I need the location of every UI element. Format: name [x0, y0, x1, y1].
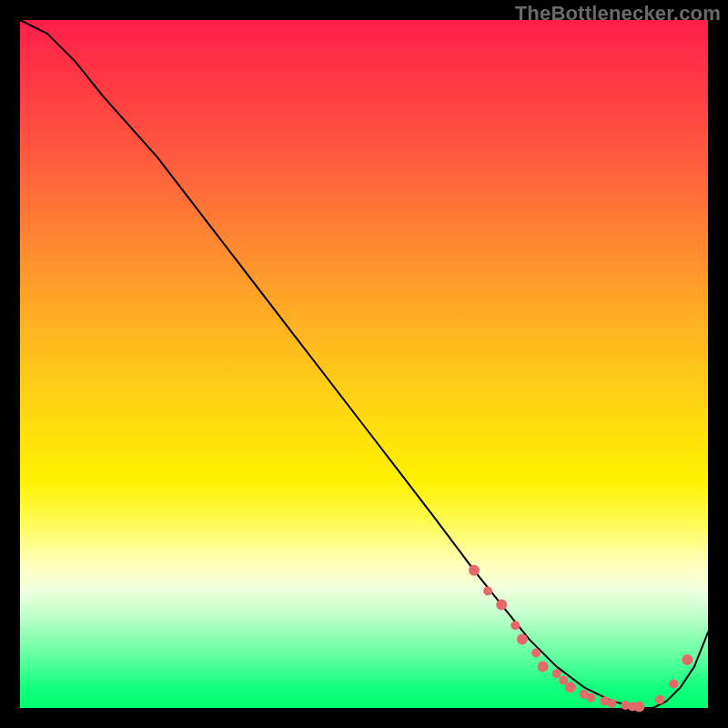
dot — [587, 693, 596, 703]
bottleneck-curve — [20, 20, 708, 708]
dot — [517, 633, 528, 644]
dot — [483, 587, 492, 596]
dot — [552, 669, 561, 678]
dot — [538, 662, 549, 672]
chart-svg — [20, 20, 708, 708]
dot — [565, 682, 576, 693]
highlight-dots — [469, 565, 693, 713]
dot — [607, 699, 616, 708]
dot — [511, 621, 520, 630]
dot — [655, 695, 664, 704]
dot — [669, 680, 678, 689]
dot — [496, 600, 507, 611]
chart-stage: TheBottlenecker.com — [0, 0, 728, 728]
dot — [469, 565, 480, 576]
dot — [682, 654, 693, 665]
dot — [633, 702, 644, 713]
plot-area — [20, 20, 708, 708]
dot — [531, 649, 541, 658]
